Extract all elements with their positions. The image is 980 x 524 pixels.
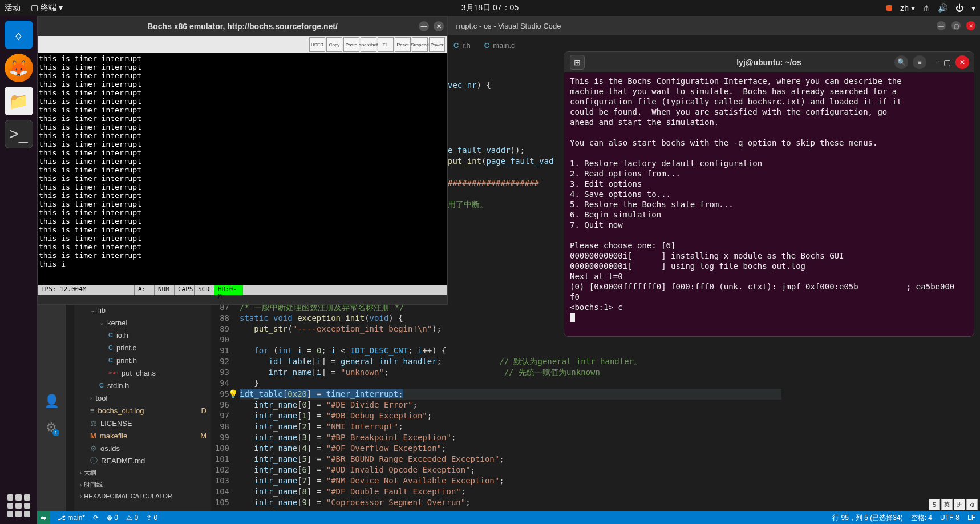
dock-terminal-icon[interactable]: >_ <box>5 120 33 148</box>
terminal-content[interactable]: This is the Bochs Configuration Interfac… <box>564 72 974 326</box>
tab-r.h[interactable]: C r.h <box>448 41 476 50</box>
explorer-item-makefile[interactable]: MmakefileM <box>74 429 211 442</box>
account-icon[interactable]: 👤 <box>44 394 59 409</box>
branch-button[interactable]: ⎇ main* <box>58 514 85 522</box>
bochs-tool-paste[interactable]: Paste <box>343 37 359 52</box>
minimize-button[interactable]: — <box>931 58 939 67</box>
errors-button[interactable]: ⊗ 0 <box>107 514 118 522</box>
tab-main.c[interactable]: C main.c <box>479 41 521 50</box>
maximize-button[interactable]: ▢ <box>951 21 961 30</box>
explorer-item-stdin.h[interactable]: Cstdin.h <box>74 379 211 392</box>
explorer-item-lib[interactable]: ⌄lib <box>74 304 211 316</box>
ime-badge-icon <box>886 5 892 11</box>
close-button[interactable]: ✕ <box>966 21 975 30</box>
gnome-topbar: 活动 ▢ 终端 ▾ 3月18日 07：05 zh ▾ ⋔ 🔊 ⏻ ▾ <box>0 0 980 16</box>
close-button[interactable]: ✕ <box>955 55 969 69</box>
bochs-window: Bochs x86 emulator, http://bochs.sourcef… <box>37 16 448 305</box>
new-tab-button[interactable]: ⊞ <box>570 55 585 70</box>
bochs-ips: IPS: 12.004M <box>38 285 135 295</box>
search-button[interactable]: 🔍 <box>894 55 908 69</box>
explorer-item-bochs_out.log[interactable]: ≡bochs_out.logD <box>74 404 211 417</box>
bochs-toolbar: USERCopyPastesnapshotT.I.ResetSuspendPow… <box>38 36 447 53</box>
ports-button[interactable]: ⇪ 0 <box>146 514 157 522</box>
terminal-title-text: lyj@ubuntu: ~/os <box>736 58 801 67</box>
bochs-drive-a: A: <box>135 285 155 295</box>
ime-indicator[interactable]: zh ▾ <box>900 3 915 13</box>
cursor-position[interactable]: 行 95，列 5 (已选择34) <box>832 513 902 523</box>
activities-button[interactable]: 活动 <box>5 3 21 13</box>
minimize-button[interactable]: — <box>937 21 946 30</box>
dock-files-icon[interactable]: 📁 <box>5 87 33 115</box>
dock: ⬨ 🦊 📁 >_ <box>0 16 37 524</box>
terminal-titlebar[interactable]: ⊞ lyj@ubuntu: ~/os 🔍 ≡ — ▢ ✕ <box>564 52 974 72</box>
remote-button[interactable]: ⇋ <box>37 511 50 524</box>
explorer-section-HEXADECIMAL CALCULATOR[interactable]: › HEXADECIMAL CALCULATOR <box>74 491 211 501</box>
power-icon[interactable]: ⏻ <box>955 3 963 13</box>
eol[interactable]: LF <box>967 514 975 522</box>
explorer-item-README.md[interactable]: ⓘREADME.md <box>74 454 211 467</box>
editor-tabs: C r.hC main.c <box>448 35 521 55</box>
maximize-button[interactable]: ▢ <box>943 58 951 67</box>
minimize-button[interactable]: — <box>419 21 429 31</box>
network-icon[interactable]: ⋔ <box>923 3 930 13</box>
bochs-tool-reset[interactable]: Reset <box>395 37 411 52</box>
sync-button[interactable]: ⟳ <box>93 514 99 522</box>
settings-gear-icon[interactable]: ⚙1 <box>46 420 57 435</box>
tray-item[interactable]: 英 <box>941 499 953 510</box>
bochs-hd: HD:0-M <box>214 285 243 295</box>
indentation[interactable]: 空格: 4 <box>911 513 932 523</box>
terminal-window: ⊞ lyj@ubuntu: ~/os 🔍 ≡ — ▢ ✕ This is the… <box>564 51 974 337</box>
bochs-tool-t.i.[interactable]: T.I. <box>378 37 394 52</box>
explorer-item-LICENSE[interactable]: ⚖LICENSE <box>74 417 211 429</box>
explorer-item-print.h[interactable]: Cprint.h <box>74 354 211 366</box>
ime-tray[interactable]: 5英拼⚙ <box>929 499 978 510</box>
tray-item[interactable]: 5 <box>929 499 940 510</box>
bochs-statusbar: IPS: 12.004M A: NUM CAPS SCRL HD:0-M <box>38 285 447 295</box>
bochs-caps: CAPS <box>175 285 195 295</box>
explorer-item-print.c[interactable]: Cprint.c <box>74 341 211 354</box>
dock-apps-button[interactable] <box>7 494 30 517</box>
bochs-tool-suspend[interactable]: Suspend <box>412 37 428 52</box>
tray-item[interactable]: ⚙ <box>966 499 978 510</box>
app-menu[interactable]: ▢ 终端 ▾ <box>31 3 63 13</box>
activity-bar: 👤 ⚙1 <box>37 291 66 511</box>
explorer-tree[interactable]: Cmain.c⌄lib⌄kernelCio.hCprint.cCprint.ha… <box>74 291 211 511</box>
dock-firefox-icon[interactable]: 🦊 <box>5 54 33 82</box>
vscode-title-text: rrupt.c - os - Visual Studio Code <box>456 22 561 30</box>
menu-button[interactable]: ≡ <box>913 55 926 69</box>
bochs-scrl: SCRL <box>195 285 214 295</box>
close-button[interactable]: ✕ <box>434 21 444 31</box>
bochs-tool-copy[interactable]: Copy <box>326 37 342 52</box>
system-menu-chevron-icon[interactable]: ▾ <box>971 3 975 13</box>
explorer-section-大纲[interactable]: › 大纲 <box>74 467 211 479</box>
explorer-section-时间线[interactable]: › 时间线 <box>74 479 211 491</box>
explorer-item-tool[interactable]: ›tool <box>74 392 211 404</box>
bochs-vga-output: this is timer interrupt this is timer in… <box>38 53 447 285</box>
vscode-statusbar: ⇋ ⎇ main* ⟳ ⊗ 0 ⚠ 0 ⇪ 0 行 95，列 5 (已选择34)… <box>37 511 980 524</box>
warnings-button[interactable]: ⚠ 0 <box>126 514 138 522</box>
bochs-title-text: Bochs x86 emulator, http://bochs.sourcef… <box>147 22 338 31</box>
explorer-item-io.h[interactable]: Cio.h <box>74 329 211 341</box>
code-fragment-behind: vec_nr) { e_fault_vaddr)); put_int(page_… <box>448 80 553 210</box>
bochs-tool-user[interactable]: USER <box>309 37 325 52</box>
bochs-tool-power[interactable]: Power <box>429 37 445 52</box>
encoding[interactable]: UTF-8 <box>940 514 959 522</box>
explorer-item-put_char.s[interactable]: asmput_char.s <box>74 366 211 379</box>
tray-item[interactable]: 拼 <box>954 499 965 510</box>
bochs-tool-snapshot[interactable]: snapshot <box>361 37 376 52</box>
explorer-item-kernel[interactable]: ⌄kernel <box>74 316 211 329</box>
clock[interactable]: 3月18日 07：05 <box>461 3 519 13</box>
bochs-num: NUM <box>155 285 175 295</box>
dock-vscode-icon[interactable]: ⬨ <box>5 21 33 49</box>
bochs-titlebar[interactable]: Bochs x86 emulator, http://bochs.sourcef… <box>38 17 447 36</box>
explorer-item-os.lds[interactable]: ⚙os.lds <box>74 442 211 454</box>
volume-icon[interactable]: 🔊 <box>938 3 947 13</box>
